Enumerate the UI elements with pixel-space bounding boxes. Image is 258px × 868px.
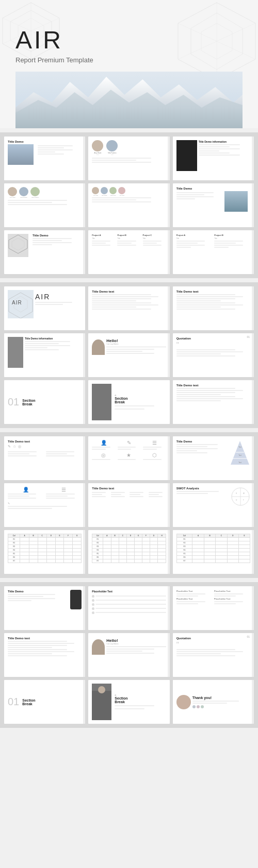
slide-2: Amy Stark Title Nila Faulton Title — [88, 137, 169, 180]
svg-text:AIR: AIR — [12, 300, 22, 305]
swot-circle: S W O T — [231, 487, 250, 506]
slide-group-2: AIR AIR Title Demo text — [0, 282, 258, 428]
mountain-banner — [15, 72, 243, 128]
slide-22: 👤 ☰ ✎ — [4, 483, 85, 527]
pyramid-chart: Text Text Text — [230, 440, 250, 466]
svg-text:W: W — [243, 492, 245, 495]
app-title: AIR — [15, 26, 243, 54]
slide-32: Hello! I am Lucy Baloon — [88, 633, 169, 677]
svg-marker-15 — [9, 235, 27, 253]
slide-3: Title Demo information — [173, 137, 254, 180]
slide-13: Title Demo information — [4, 333, 85, 377]
svg-marker-16 — [12, 238, 24, 250]
slide-19: Title Demo text ✎ ☆ ◎ — [4, 436, 85, 480]
slide-31: Title Demo text — [4, 633, 85, 677]
slide-4: Amy Stark Nila Faulton Jenny Berne — [4, 183, 85, 227]
slide-15: 01 Quotation " — [173, 333, 254, 377]
svg-text:T: T — [243, 499, 244, 501]
slide-14: Hello! I am Lucy Baloon — [88, 333, 169, 377]
slide-5: Amy Stark Nila Faulton Peter Taylor Amy … — [88, 183, 169, 227]
slide-8: Project A Title Project B Title Project … — [88, 230, 169, 274]
slide-group-4: Title Demo Placeholder Text — [0, 582, 258, 728]
svg-text:S: S — [236, 492, 237, 495]
slide-26: ColABCDEFGH R1 R2 R3 R4 R5 R6 R7 — [88, 530, 169, 574]
slide-27: ColABCDE R1 R2 R3 R4 R5 R6 R7 — [173, 530, 254, 574]
svg-text:Text: Text — [238, 446, 241, 448]
slide-10: AIR AIR — [4, 286, 85, 330]
slide-30: Placeholder Text Placeholder Text Placeh… — [173, 586, 254, 630]
svg-text:Text: Text — [238, 462, 241, 464]
slide-7: Title Demo — [4, 230, 85, 274]
slide-6: Title Demo — [173, 183, 254, 227]
svg-text:O: O — [236, 499, 237, 501]
mountain-image — [8, 144, 34, 165]
slide-24: SWOT Analysis S W O T — [173, 483, 254, 527]
slide-1: Title Demo — [4, 137, 85, 180]
slide-25: ColABCDEFG R1 R2 R3 R4 R5 R6 R7 — [4, 530, 85, 574]
slide-36: Thank you! — [173, 680, 254, 724]
slide-group-1: Title Demo Amy Stark Title — [0, 132, 258, 278]
slide-21: Title Demo Text Text Text — [173, 436, 254, 480]
slide-28: Title Demo — [4, 586, 85, 630]
slide-11: Title Demo text — [88, 286, 169, 330]
slide-29: Placeholder Text — [88, 586, 169, 630]
slide-18: Title Demo text — [173, 380, 254, 424]
slide-23: Title Demo text — [88, 483, 169, 527]
slide-16: 01 Section Break — [4, 380, 85, 424]
header: AIR Report Premium Template — [0, 0, 258, 128]
svg-text:Text: Text — [238, 454, 241, 456]
slide-9: Project A Title Project B Title — [173, 230, 254, 274]
slide-group-3: Title Demo text ✎ ☆ ◎ — [0, 432, 258, 578]
slide-35: ⚙ Section Break — [88, 680, 169, 724]
slide-20: 👤 ✎ ☰ ◎ — [88, 436, 169, 480]
slide-33: 01 Quotation " — [173, 633, 254, 677]
app-subtitle: Report Premium Template — [15, 56, 243, 64]
slide-17: ⚙ Section Break — [88, 380, 169, 424]
slide-34: 01 Section Break — [4, 680, 85, 724]
slide-12: Title Demo text — [173, 286, 254, 330]
